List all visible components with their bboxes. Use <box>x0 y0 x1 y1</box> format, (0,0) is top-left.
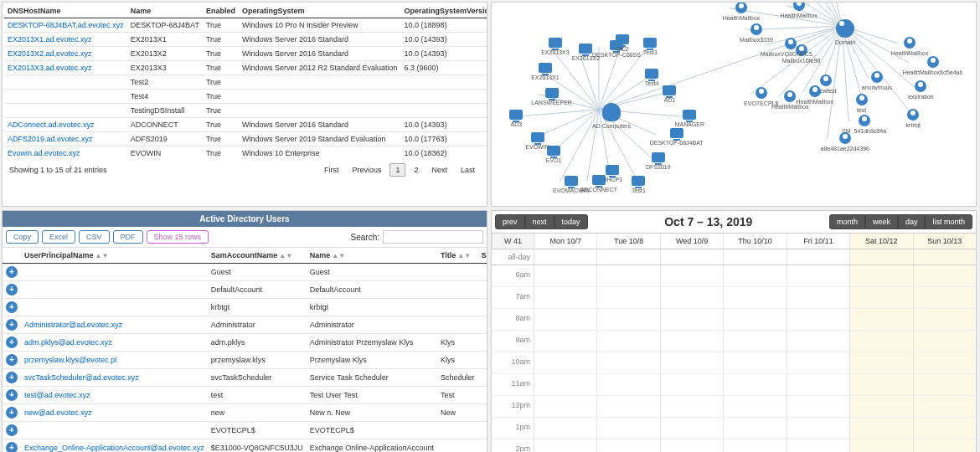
cal-view-week[interactable]: week <box>865 214 898 229</box>
time-slot[interactable] <box>660 439 723 452</box>
table-row[interactable]: +krbtgtkrbtgtFalse20.05.2018 09:56:36 <box>3 299 487 316</box>
network-node[interactable]: Domain <box>835 19 855 45</box>
csv-button[interactable]: CSV <box>79 230 110 244</box>
allday-slot[interactable] <box>596 249 659 265</box>
network-node[interactable]: a8e481ae22d4396 <box>821 132 869 152</box>
pager-first[interactable]: First <box>319 164 344 176</box>
search-input[interactable] <box>383 230 483 244</box>
network-node[interactable]: expiration <box>908 80 933 100</box>
network-node[interactable]: DC2 <box>616 34 629 52</box>
time-slot[interactable] <box>787 396 849 418</box>
time-slot[interactable] <box>787 439 849 452</box>
time-slot[interactable] <box>849 331 912 352</box>
time-slot[interactable] <box>660 309 723 331</box>
expand-icon[interactable]: + <box>6 389 18 401</box>
time-slot[interactable] <box>849 309 912 331</box>
excel-button[interactable]: Excel <box>42 230 75 244</box>
time-slot[interactable] <box>913 352 976 374</box>
time-slot[interactable] <box>534 331 596 352</box>
time-slot[interactable] <box>534 439 596 452</box>
time-slot[interactable] <box>723 374 786 396</box>
table-row[interactable]: +new@ad.evotec.xyznewNew n. NewNewFalse1… <box>3 404 487 422</box>
time-slot[interactable] <box>723 418 786 439</box>
time-slot[interactable] <box>849 374 912 396</box>
col-Title[interactable]: Title▲▼ <box>437 248 478 264</box>
allday-slot[interactable] <box>534 249 596 265</box>
time-slot[interactable] <box>596 418 659 439</box>
time-slot[interactable] <box>787 331 849 352</box>
network-node[interactable]: krbtgt <box>906 109 921 128</box>
table-row[interactable]: Test4True15.09.2018 12:47:16 <box>4 90 487 104</box>
table-row[interactable]: +GuestGuestTrue20.05.2018 09:55:29 <box>3 264 487 281</box>
network-node[interactable]: Test3 <box>643 38 658 55</box>
col-DNSHostName[interactable]: DNSHostName <box>4 4 127 18</box>
time-slot[interactable] <box>913 439 976 452</box>
expand-icon[interactable]: + <box>6 301 18 313</box>
col-OperatingSystemVersion[interactable]: OperatingSystemVersion <box>401 4 487 18</box>
table-row[interactable]: +EVOTECPL$EVOTECPL$False26.07.2018 12:59… <box>3 422 487 439</box>
network-diagram-panel[interactable]: AD ComputersDESKTOP-C08SSDC2Test3Test4AD… <box>491 2 977 207</box>
time-slot[interactable] <box>723 331 786 352</box>
network-node[interactable]: AD Computers <box>592 103 631 129</box>
cal-today[interactable]: today <box>554 214 588 229</box>
time-slot[interactable] <box>660 265 723 287</box>
time-slot[interactable] <box>913 396 976 418</box>
expand-icon[interactable]: + <box>6 284 18 295</box>
expand-icon[interactable]: + <box>6 424 18 436</box>
table-row[interactable]: +adm.pklys@ad.evotec.xyzadm.pklysAdminis… <box>3 334 487 352</box>
table-row[interactable]: Evowin.ad.evotec.xyzEVOWINTrueWindows 10… <box>4 146 487 161</box>
table-row[interactable]: EX2013X2.ad.evotec.xyzEX2013X2TrueWindow… <box>4 47 487 61</box>
cal-next[interactable]: next <box>525 214 554 229</box>
time-slot[interactable] <box>596 374 659 396</box>
table-row[interactable]: +Administrator@ad.evotec.xyzAdministrato… <box>3 316 487 334</box>
time-slot[interactable] <box>596 396 659 418</box>
cal-view-list[interactable]: list month <box>925 214 972 229</box>
table-row[interactable]: EX2013X3.ad.evotec.xyzEX2013X3TrueWindow… <box>4 61 487 75</box>
time-slot[interactable] <box>849 418 912 439</box>
time-slot[interactable] <box>596 309 659 331</box>
network-node[interactable]: HealthMailbox <box>891 37 928 56</box>
time-slot[interactable] <box>723 309 786 331</box>
cal-prev[interactable]: prev <box>495 214 525 229</box>
network-node[interactable]: DESKTOP-68J4BAT <box>650 128 704 146</box>
time-slot[interactable] <box>534 352 596 374</box>
time-slot[interactable] <box>596 352 659 374</box>
table-row[interactable]: +przemyslaw.klys@evotec.plprzemyslaw.kly… <box>3 352 487 369</box>
network-node[interactable]: DFS2019 <box>646 152 671 170</box>
day-header[interactable]: Sun 10/13 <box>913 234 976 249</box>
time-slot[interactable] <box>913 418 976 439</box>
network-node[interactable]: AD3 <box>509 110 523 127</box>
network-node[interactable]: HealthMailbox <box>723 2 760 21</box>
time-slot[interactable] <box>787 418 849 439</box>
network-node[interactable]: EVOTECPL$ <box>744 87 778 106</box>
day-header[interactable]: Fri 10/11 <box>787 234 849 249</box>
table-row[interactable]: ADConnect.ad.evotec.xyzADCONNECTTrueWind… <box>4 118 487 132</box>
time-slot[interactable] <box>723 352 786 374</box>
time-slot[interactable] <box>534 287 596 309</box>
time-slot[interactable] <box>723 265 786 287</box>
time-slot[interactable] <box>723 396 786 418</box>
time-slot[interactable] <box>534 418 596 439</box>
table-row[interactable]: +test@ad.evotec.xyztestTest User TestTes… <box>3 387 487 404</box>
time-slot[interactable] <box>534 309 596 331</box>
time-slot[interactable] <box>723 287 786 309</box>
col-SamAccountName[interactable]: SamAccountName▲▼ <box>208 248 307 264</box>
network-node[interactable]: EX2013X2 <box>572 44 600 61</box>
cal-view-day[interactable]: day <box>898 214 926 229</box>
time-slot[interactable] <box>913 287 976 309</box>
network-node[interactable]: Test1 <box>632 176 646 193</box>
expand-icon[interactable]: + <box>6 372 18 383</box>
network-node[interactable]: AD1 <box>663 85 676 103</box>
expand-icon[interactable]: + <box>6 407 18 419</box>
col-Surname[interactable]: Surname▲▼ <box>477 248 487 264</box>
expand-icon[interactable]: + <box>6 354 18 366</box>
day-header[interactable]: Sat 10/12 <box>849 234 912 249</box>
expand-icon[interactable]: + <box>6 442 18 452</box>
network-node[interactable]: EX2013X1 <box>531 63 559 80</box>
day-header[interactable]: Mon 10/7 <box>534 234 596 249</box>
time-slot[interactable] <box>849 352 912 374</box>
network-node[interactable]: MANAGER <box>675 110 704 127</box>
table-row[interactable]: DESKTOP-68J4BAT.ad.evotec.xyzDESKTOP-68J… <box>4 18 487 33</box>
time-slot[interactable] <box>596 287 659 309</box>
day-header[interactable]: Wed 10/9 <box>660 234 723 249</box>
